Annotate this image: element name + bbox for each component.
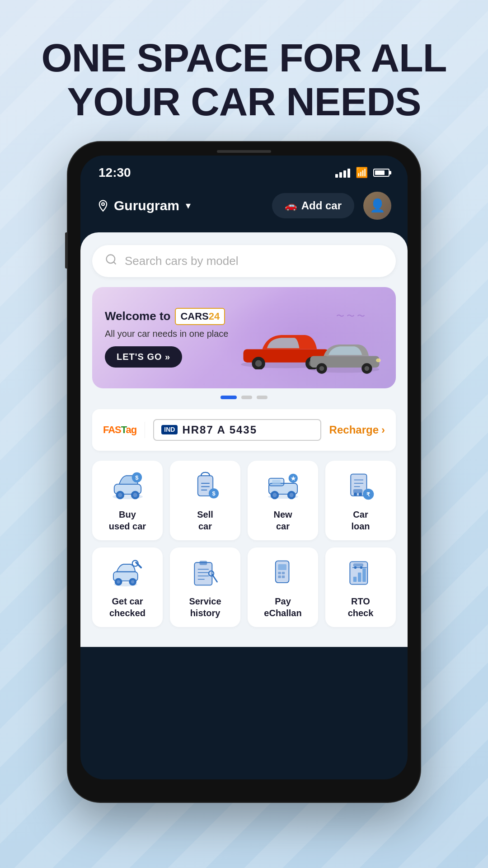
banner-cars-illustration: 〜 〜 〜 (239, 302, 383, 374)
divider (145, 422, 145, 438)
cars24-number: 24 (209, 311, 220, 322)
menu-buy-used-car[interactable]: $ Buyused car (92, 461, 163, 540)
status-bar: 12:30 📶 (80, 156, 408, 187)
avatar[interactable]: 👤 (363, 192, 391, 220)
svg-point-59 (117, 580, 120, 583)
rto-check-label: RTOcheck (348, 595, 374, 619)
battery-icon (373, 169, 389, 177)
header-right: 🚗 Add car 👤 (272, 192, 391, 220)
menu-rto-check[interactable]: RTOcheck (325, 547, 396, 627)
svg-point-88 (360, 566, 362, 569)
menu-pay-echallan[interactable]: PayeChallan (248, 547, 318, 627)
svg-point-42 (289, 493, 293, 497)
add-car-label: Add car (301, 199, 342, 212)
car-loan-label: Carloan (351, 509, 370, 532)
dot-3 (257, 396, 267, 399)
menu-sell-car[interactable]: $ Sellcar (170, 461, 240, 540)
menu-get-car-checked[interactable]: Get carchecked (92, 547, 163, 627)
promo-banner[interactable]: Welcome to CARS24 All your car needs in … (92, 287, 396, 388)
search-icon (105, 253, 117, 269)
buy-used-car-label: Buyused car (109, 509, 146, 532)
svg-point-40 (272, 493, 277, 497)
sell-car-label: Sellcar (197, 509, 213, 532)
svg-rect-75 (278, 564, 286, 570)
svg-rect-78 (278, 576, 281, 578)
avatar-image: 👤 (370, 198, 385, 213)
search-placeholder: Search cars by model (125, 254, 238, 268)
svg-point-15 (365, 366, 370, 371)
wifi-icon: 📶 (356, 167, 368, 179)
svg-point-0 (102, 203, 104, 205)
svg-point-13 (319, 366, 324, 371)
sell-car-icon: $ (187, 471, 223, 502)
status-icons: 📶 (335, 167, 389, 179)
car-loan-icon: ₹ (343, 471, 379, 502)
banner-dots (92, 396, 396, 399)
status-time: 12:30 (99, 165, 131, 180)
search-bar[interactable]: Search cars by model (92, 245, 396, 277)
dot-1 (221, 396, 237, 399)
menu-service-history[interactable]: Servicehistory (170, 547, 240, 627)
svg-rect-38 (272, 480, 281, 484)
add-car-button[interactable]: 🚗 Add car (272, 193, 354, 218)
svg-text:$: $ (212, 490, 216, 497)
pay-echallan-icon (265, 557, 301, 589)
plate-number: HR87 A 5435 (182, 424, 257, 436)
menu-row-1: $ Buyused car (92, 461, 396, 540)
get-car-checked-label: Get carchecked (109, 595, 145, 619)
headline-section: ONE SPACE FOR ALL YOUR CAR NEEDS (0, 0, 488, 142)
svg-point-1 (107, 255, 115, 263)
svg-line-2 (113, 262, 116, 264)
svg-point-61 (131, 580, 134, 583)
chevron-down-icon: ▾ (186, 200, 191, 212)
svg-point-16 (376, 359, 381, 363)
menu-row-2: Get carchecked (92, 547, 396, 627)
service-history-label: Servicehistory (189, 595, 221, 619)
svg-point-23 (133, 493, 137, 497)
recharge-button[interactable]: Recharge › (329, 424, 385, 436)
phone-frame: 12:30 📶 Gurugram ▾ (68, 142, 420, 802)
cars24-logo: CARS24 (175, 308, 225, 325)
fastag-strip[interactable]: FASTag IND HR87 A 5435 Recharge › (92, 409, 396, 451)
svg-point-51 (353, 493, 357, 496)
rto-check-icon (343, 557, 379, 589)
dot-2 (241, 396, 252, 399)
menu-car-loan[interactable]: ₹ Carloan (325, 461, 396, 540)
new-car-label: Newcar (273, 509, 292, 532)
location-selector[interactable]: Gurugram ▾ (97, 198, 191, 213)
svg-rect-64 (194, 562, 212, 585)
new-car-icon: ★ (265, 471, 301, 502)
svg-text:$: $ (135, 474, 139, 481)
license-plate: IND HR87 A 5435 (153, 419, 321, 441)
get-car-checked-icon (109, 557, 145, 589)
svg-point-6 (255, 360, 262, 367)
recharge-arrow-icon: › (381, 424, 385, 436)
banner-content: Welcome to CARS24 All your car needs in … (105, 308, 239, 368)
app-header: Gurugram ▾ 🚗 Add car 👤 (80, 187, 408, 232)
menu-new-car[interactable]: ★ Newcar (248, 461, 318, 540)
svg-point-52 (358, 493, 361, 496)
car-icon: 🚗 (285, 200, 297, 212)
svg-text:★: ★ (290, 475, 296, 482)
location-name: Gurugram (114, 198, 179, 213)
svg-rect-76 (278, 572, 281, 575)
birds-decoration: 〜 〜 〜 (336, 311, 365, 321)
buy-used-car-icon: $ (109, 471, 145, 502)
svg-rect-86 (353, 563, 363, 566)
gray-car-illustration (306, 338, 383, 374)
pay-echallan-label: PayeChallan (264, 595, 301, 619)
svg-rect-79 (282, 576, 285, 578)
signal-icon (335, 168, 350, 178)
plate-country: IND (161, 425, 178, 434)
svg-text:₹: ₹ (366, 491, 370, 498)
service-history-icon (187, 557, 223, 589)
main-content: Search cars by model Welcome to CARS24 A… (80, 232, 408, 647)
lets-go-button[interactable]: LET'S GO » (105, 346, 182, 368)
banner-subtitle: All your car needs in one place (105, 329, 239, 339)
svg-rect-66 (199, 561, 207, 565)
svg-point-87 (354, 566, 357, 569)
svg-rect-83 (358, 573, 361, 582)
headline-text: ONE SPACE FOR ALL YOUR CAR NEEDS (27, 36, 461, 124)
svg-rect-82 (353, 577, 356, 582)
svg-point-21 (118, 493, 122, 497)
